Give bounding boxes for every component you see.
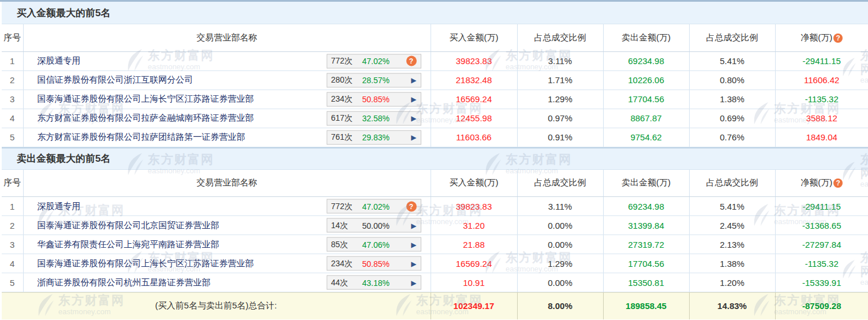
trade-count: 772次 — [331, 201, 358, 211]
branch-name-cell: 深股通专用 772次 47.02% ? — [23, 197, 431, 216]
sell-amount: 27319.72 — [603, 235, 689, 254]
net-amount: -27297.84 — [775, 235, 868, 254]
sell-top5-table: 序号 交易营业部名称 买入金额(万) 占总成交比例 卖出金额(万) 占总成交比例… — [2, 170, 868, 293]
buy-amount: 11603.66 — [431, 128, 517, 147]
sell-amount: 8867.87 — [603, 109, 689, 128]
buy-amount: 39823.83 — [431, 51, 517, 70]
branch-stats-badge[interactable]: 772次 47.02% ? — [327, 54, 421, 68]
branch-name-link[interactable]: 东方财富证券股份有限公司拉萨团结路第一证券营业部 — [38, 132, 245, 142]
net-amount: 1849.04 — [775, 128, 868, 147]
win-rate: 47.02% — [362, 57, 406, 66]
branch-name-cell: 东方财富证券股份有限公司拉萨金融城南环路证券营业部 617次 32.58% ▶ — [23, 109, 431, 128]
sell-amount: 9754.62 — [603, 128, 689, 147]
expand-arrow-icon[interactable]: ▶ — [411, 259, 416, 267]
sell-ratio: 5.41% — [689, 51, 775, 70]
branch-stats-badge[interactable]: 617次 32.58% ▶ — [327, 111, 421, 125]
branch-name-link[interactable]: 国泰海通证券股份有限公司上海长宁区江苏路证券营业部 — [38, 258, 254, 268]
buy-amount: 21.88 — [431, 235, 517, 254]
totals-row: (买入前5名与卖出前5名)总合计: 102349.17 8.00% 189858… — [2, 293, 868, 319]
help-icon[interactable]: ? — [833, 178, 843, 188]
buy-ratio: 3.11% — [517, 51, 603, 70]
net-amount: -29411.15 — [775, 197, 868, 216]
row-number: 5 — [2, 273, 23, 292]
branch-stats-badge[interactable]: 85次 47.06% ▶ — [327, 237, 421, 252]
trade-count: 761次 — [331, 132, 358, 143]
expand-arrow-icon[interactable]: ▶ — [411, 278, 416, 286]
help-icon[interactable]: ? — [406, 201, 417, 211]
branch-name-link[interactable]: 华鑫证券有限责任公司上海宛平南路证券营业部 — [38, 239, 219, 249]
sell-amount: 69234.98 — [603, 51, 689, 70]
branch-stats-badge[interactable]: 280次 28.57% ▶ — [327, 73, 421, 87]
trade-count: 234次 — [331, 94, 358, 105]
sell-ratio: 0.80% — [689, 70, 775, 90]
branch-name-cell: 国信证券股份有限公司浙江互联网分公司 280次 28.57% ▶ — [23, 70, 431, 90]
col-sell-ratio: 占总成交比例 — [689, 24, 775, 51]
sell-ratio: 5.41% — [689, 197, 775, 216]
help-icon[interactable]: ? — [406, 56, 417, 66]
buy-ratio: 3.11% — [517, 197, 603, 216]
table-row: 4 国泰海通证券股份有限公司上海长宁区江苏路证券营业部 234次 50.85% … — [2, 254, 868, 273]
net-amount: 11606.42 — [775, 70, 868, 90]
branch-stats-badge[interactable]: 772次 47.02% ? — [327, 199, 421, 214]
expand-arrow-icon[interactable]: ▶ — [411, 133, 416, 142]
sell-ratio: 0.69% — [689, 109, 775, 128]
row-number: 1 — [2, 51, 23, 70]
expand-arrow-icon[interactable]: ▶ — [411, 114, 416, 122]
row-number: 5 — [2, 128, 23, 147]
table-row: 2 国信证券股份有限公司浙江互联网分公司 280次 28.57% ▶ 21832… — [2, 70, 868, 90]
branch-name-link[interactable]: 东方财富证券股份有限公司拉萨金融城南环路证券营业部 — [38, 113, 254, 122]
buy-amount: 16569.24 — [431, 254, 517, 273]
col-buy-ratio: 占总成交比例 — [517, 24, 603, 51]
sell-amount: 17704.56 — [603, 254, 689, 273]
total-buy-amount: 102349.17 — [431, 293, 517, 319]
table-row: 2 国泰海通证券股份有限公司北京国贸证券营业部 14次 50.00% ▶ 31.… — [2, 216, 868, 235]
buy-ratio: 0.00% — [517, 216, 603, 235]
help-icon[interactable]: ? — [833, 34, 843, 43]
branch-stats-badge[interactable]: 234次 50.85% ▶ — [327, 256, 421, 271]
buy-ratio: 1.71% — [517, 70, 603, 90]
table-row: 5 东方财富证券股份有限公司拉萨团结路第一证券营业部 761次 29.83% ▶… — [2, 128, 868, 147]
win-rate: 29.83% — [362, 133, 411, 142]
branch-name-cell: 华鑫证券有限责任公司上海宛平南路证券营业部 85次 47.06% ▶ — [23, 235, 431, 254]
sell-amount: 10226.06 — [603, 70, 689, 90]
total-sell-ratio: 14.83% — [689, 293, 775, 319]
branch-name-link[interactable]: 国信证券股份有限公司浙江互联网分公司 — [38, 75, 193, 84]
win-rate: 47.06% — [362, 240, 411, 249]
totals-label: (买入前5名与卖出前5名)总合计: — [2, 293, 431, 319]
branch-name-link[interactable]: 国泰海通证券股份有限公司上海长宁区江苏路证券营业部 — [38, 94, 254, 103]
branch-stats-badge[interactable]: 44次 43.18% ▶ — [327, 276, 421, 290]
branch-name-link[interactable]: 浙商证券股份有限公司杭州五星路证券营业部 — [38, 277, 211, 287]
branch-stats-badge[interactable]: 761次 29.83% ▶ — [327, 130, 421, 144]
expand-arrow-icon[interactable]: ▶ — [411, 95, 416, 103]
buy-ratio: 0.91% — [517, 128, 603, 147]
branch-stats-badge[interactable]: 234次 50.85% ▶ — [327, 92, 421, 106]
total-sell-amount: 189858.45 — [603, 293, 689, 319]
trade-count: 14次 — [331, 220, 358, 230]
net-amount: -1135.32 — [775, 254, 868, 273]
col-seq: 序号 — [2, 24, 23, 51]
win-rate: 28.57% — [362, 76, 411, 85]
table-header-row: 序号 交易营业部名称 买入金额(万) 占总成交比例 卖出金额(万) 占总成交比例… — [2, 24, 868, 51]
buy-amount: 21832.48 — [431, 70, 517, 90]
trade-count: 280次 — [331, 75, 358, 85]
col-buy-amount: 买入金额(万) — [431, 170, 517, 197]
col-buy-ratio: 占总成交比例 — [517, 170, 603, 197]
expand-arrow-icon[interactable]: ▶ — [411, 240, 416, 248]
branch-name-link[interactable]: 深股通专用 — [38, 55, 81, 65]
table-header-row: 序号 交易营业部名称 买入金额(万) 占总成交比例 卖出金额(万) 占总成交比例… — [2, 170, 868, 197]
buy-ratio: 1.29% — [517, 254, 603, 273]
expand-arrow-icon[interactable]: ▶ — [411, 221, 416, 229]
net-amount: -1135.32 — [775, 90, 868, 109]
section-title-buy: 买入金额最大的前5名 — [2, 2, 868, 24]
branch-name-link[interactable]: 国泰海通证券股份有限公司北京国贸证券营业部 — [38, 220, 219, 230]
trade-count: 85次 — [331, 239, 358, 250]
table-row: 3 华鑫证券有限责任公司上海宛平南路证券营业部 85次 47.06% ▶ 21.… — [2, 235, 868, 254]
expand-arrow-icon[interactable]: ▶ — [411, 76, 416, 84]
branch-name-link[interactable]: 深股通专用 — [38, 201, 81, 211]
branch-name-cell: 浙商证券股份有限公司杭州五星路证券营业部 44次 43.18% ▶ — [23, 273, 431, 292]
section-title-sell: 卖出金额最大的前5名 — [2, 147, 868, 170]
sell-ratio: 2.45% — [689, 216, 775, 235]
branch-stats-badge[interactable]: 14次 50.00% ▶ — [327, 218, 421, 233]
net-amount: -31368.65 — [775, 216, 868, 235]
buy-ratio: 0.00% — [517, 235, 603, 254]
